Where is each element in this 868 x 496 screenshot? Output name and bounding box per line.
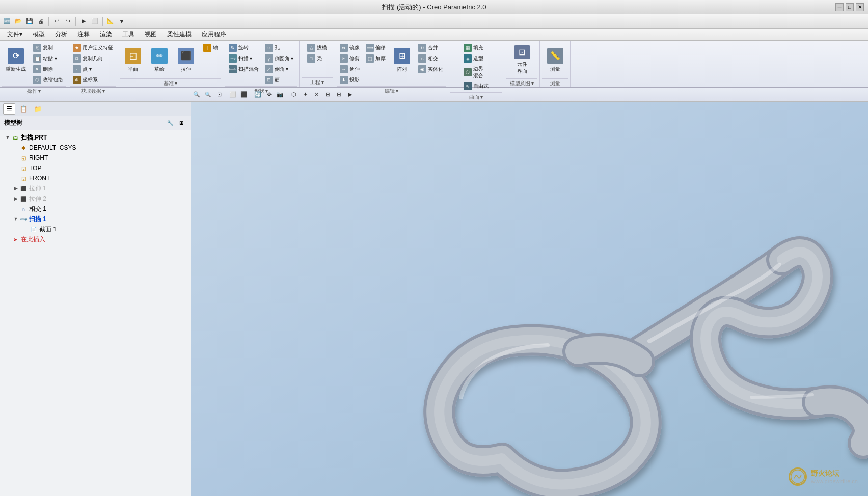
- dropdown-arrow[interactable]: ▼: [117, 16, 127, 26]
- tree-title: 模型树: [4, 119, 22, 127]
- measure-btn[interactable]: 📏 测量: [542, 43, 568, 77]
- panel-tab-props[interactable]: 📋: [17, 103, 30, 115]
- zoom-out-button[interactable]: 🔍: [202, 89, 213, 100]
- tree-item-extrude1[interactable]: ▶ ⬛ 拉伸 1: [0, 183, 191, 194]
- tree-item-insert-here[interactable]: ➤ 在此插入: [0, 234, 191, 244]
- panel-tab-files[interactable]: 📁: [32, 103, 44, 115]
- user-defined-feature-button[interactable]: ★用户定义特征: [70, 43, 116, 53]
- mirror-button[interactable]: ⇔镜像: [337, 43, 362, 53]
- tree-item-intersect1[interactable]: ∩ 相交 1: [0, 204, 191, 214]
- menu-analysis[interactable]: 分析: [50, 29, 72, 40]
- close-button[interactable]: ✕: [856, 3, 864, 11]
- round-button[interactable]: ╭倒圆角 ▾: [262, 53, 296, 64]
- shrink-wrap-button[interactable]: ⬡收缩包络: [31, 75, 66, 85]
- tree-item-sweep1[interactable]: ▼ ⟿ 扫描 1: [0, 214, 191, 224]
- save-button[interactable]: 💾: [24, 16, 35, 26]
- thicken-button[interactable]: ⬚加厚: [363, 53, 388, 64]
- minus-button[interactable]: ⊟: [333, 89, 344, 100]
- hole-button[interactable]: ○孔: [262, 43, 296, 53]
- trim-button[interactable]: ✂修剪: [337, 53, 362, 64]
- new-button[interactable]: 🆕: [2, 16, 12, 26]
- close-view-button[interactable]: ✕: [311, 89, 322, 100]
- tree-item-right[interactable]: ◱ RIGHT: [0, 153, 191, 163]
- sketch-button[interactable]: ✏ 草绘: [147, 43, 172, 77]
- fill-button[interactable]: ▦填充: [461, 43, 491, 53]
- tree-settings-button[interactable]: 🔧: [165, 118, 175, 128]
- open-button[interactable]: 📂: [13, 16, 23, 26]
- regen-button[interactable]: ⟳ 重新生成: [2, 43, 30, 77]
- extrude-button[interactable]: ⬛ 拉伸: [173, 43, 199, 77]
- group-label-datum: 基准 ▾: [120, 78, 221, 88]
- merge-button[interactable]: ∪合并: [416, 43, 446, 53]
- menu-view[interactable]: 视图: [140, 29, 162, 40]
- style-button[interactable]: ◈造型: [461, 53, 491, 64]
- shaded-button[interactable]: ⬜: [227, 89, 238, 100]
- revolve-button[interactable]: ↻旋转: [226, 43, 261, 53]
- section-view-button[interactable]: ⬡: [288, 89, 300, 100]
- watermark-logo: [789, 467, 807, 486]
- extend-button[interactable]: ↔延伸: [337, 64, 362, 74]
- shell-button[interactable]: □壳: [305, 53, 330, 64]
- rib-button[interactable]: ⊟筋: [262, 75, 296, 85]
- undo-button[interactable]: ↩: [51, 16, 62, 26]
- menu-model[interactable]: 模型: [28, 29, 50, 40]
- wireframe-button[interactable]: ⬛: [238, 89, 250, 100]
- play-view-button[interactable]: ▶: [344, 89, 356, 100]
- pattern-button[interactable]: ⊞ 阵列: [389, 43, 415, 77]
- axis-button[interactable]: |轴: [201, 43, 221, 53]
- intersect-button[interactable]: ∩相交: [416, 53, 446, 64]
- coord-sys-button[interactable]: ⊕坐标系: [70, 75, 116, 85]
- model-tree[interactable]: ▼ 🗂 扫描.PRT ✱ DEFAULT_CSYS ◱ RIGHT ◱ TOP: [0, 130, 191, 496]
- sweep-button[interactable]: ⟿扫描 ▾: [226, 53, 261, 64]
- offset-button[interactable]: ⟹偏移: [363, 43, 388, 53]
- copy-geometry-button[interactable]: ⧉复制几何: [70, 53, 116, 64]
- menu-annotation[interactable]: 注释: [72, 29, 95, 40]
- camera-button[interactable]: 📷: [275, 89, 286, 100]
- menu-flexible[interactable]: 柔性建模: [162, 29, 197, 40]
- vt-sep-1: [226, 90, 226, 99]
- menu-render[interactable]: 渲染: [95, 29, 117, 40]
- stop-button[interactable]: ⬜: [90, 16, 100, 26]
- solidify-button[interactable]: ◉实体化: [416, 64, 446, 74]
- project-button[interactable]: ⬇投影: [337, 75, 362, 85]
- tree-columns-button[interactable]: ⊞: [176, 118, 186, 128]
- delete-button[interactable]: ✕删除: [31, 64, 66, 74]
- sweep-blend-button[interactable]: ⟾扫描混合: [226, 64, 261, 74]
- copy-button[interactable]: ⎘复制: [31, 43, 66, 53]
- zoom-in-button[interactable]: 🔍: [191, 89, 202, 100]
- pan-button[interactable]: ✥: [263, 89, 275, 100]
- ribbon-group-model-intent: ⊡ 元件界面 模型意图 ▾: [504, 41, 540, 87]
- boundary-blend-button[interactable]: ⬡边界混合: [461, 64, 491, 80]
- menu-tools[interactable]: 工具: [117, 29, 140, 40]
- chamfer-button[interactable]: ◸倒角 ▾: [262, 64, 296, 74]
- viewport[interactable]: 野火论坛 www.proewitfire.cn: [191, 102, 868, 496]
- menu-file[interactable]: 文件▾: [2, 29, 28, 40]
- layer-button[interactable]: ✦: [300, 89, 311, 100]
- menu-applications[interactable]: 应用程序: [197, 29, 231, 40]
- paste-button[interactable]: 📋粘贴 ▾: [31, 53, 66, 64]
- front-plane-icon: ◱: [19, 174, 28, 182]
- maximize-button[interactable]: □: [846, 3, 854, 11]
- tree-item-root[interactable]: ▼ 🗂 扫描.PRT: [0, 132, 191, 143]
- plane-button[interactable]: ◱ 平面: [120, 43, 146, 77]
- tree-item-extrude2[interactable]: ▶ ⬛ 拉伸 2: [0, 194, 191, 204]
- coord-sys-icon: ⊕: [73, 76, 81, 84]
- tree-item-front[interactable]: ◱ FRONT: [0, 173, 191, 183]
- tree-item-top[interactable]: ◱ TOP: [0, 163, 191, 173]
- freestyle-button[interactable]: ∿自由式: [461, 81, 491, 91]
- play-button[interactable]: ▶: [78, 16, 89, 26]
- component-interface-button[interactable]: ⊡ 元件界面: [509, 43, 535, 77]
- print-button[interactable]: 🖨: [36, 16, 46, 26]
- point-button[interactable]: ·点 ▾: [70, 64, 116, 74]
- merge-icon: ∪: [418, 44, 426, 52]
- draft-button[interactable]: △拔模: [305, 43, 330, 53]
- tree-item-section1[interactable]: 📄 截面 1: [0, 224, 191, 234]
- redo-button[interactable]: ↪: [63, 16, 73, 26]
- measure-button[interactable]: 📐: [105, 16, 116, 26]
- tree-item-csys[interactable]: ✱ DEFAULT_CSYS: [0, 143, 191, 153]
- minimize-button[interactable]: ─: [835, 3, 844, 11]
- grid-button[interactable]: ⊞: [322, 89, 333, 100]
- panel-tab-tree[interactable]: ☰: [3, 103, 15, 115]
- fit-button[interactable]: ⊡: [213, 89, 225, 100]
- spin-button[interactable]: 🔄: [252, 89, 263, 100]
